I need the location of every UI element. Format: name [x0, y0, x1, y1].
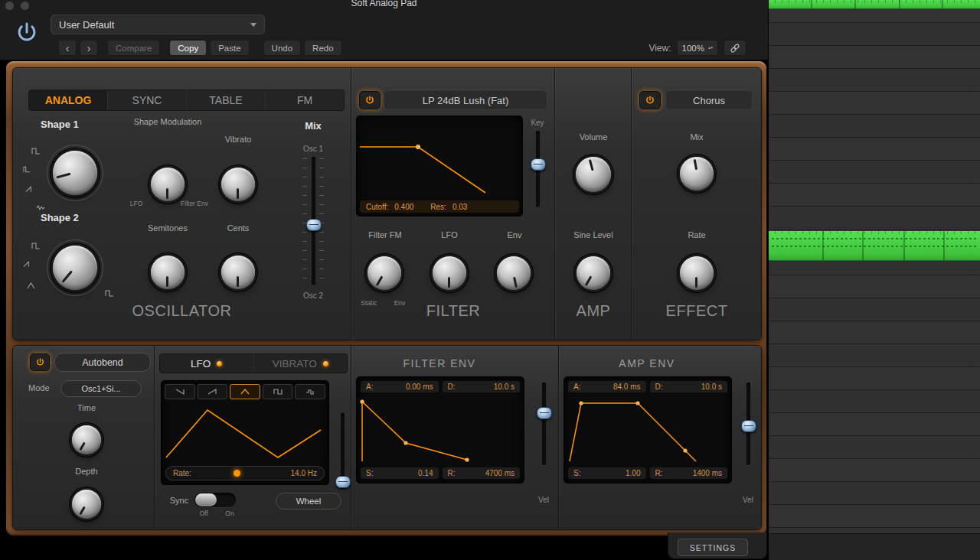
amp-env-vel-slider[interactable]	[742, 383, 754, 465]
res-value[interactable]: 0.03	[452, 203, 467, 211]
depth-knob[interactable]	[72, 490, 101, 519]
wave-saw-down-button[interactable]	[165, 384, 195, 399]
midi-note[interactable]	[769, 0, 980, 9]
filter-env-vel-slider[interactable]	[537, 383, 550, 465]
tab-fm[interactable]: FM	[266, 90, 344, 110]
plugin-power-button[interactable]	[14, 20, 40, 46]
cutoff-value[interactable]: 0.400	[394, 203, 413, 211]
effect-section: Chorus Mix Rate EFFECT	[631, 68, 762, 340]
release-field[interactable]: R:1400 ms	[650, 467, 728, 479]
lfo-slider-handle[interactable]	[335, 476, 351, 488]
key-slider-handle[interactable]	[531, 158, 546, 171]
time-knob[interactable]	[72, 425, 101, 454]
stepper-arrows-icon[interactable]: ▴▾	[708, 46, 713, 50]
autobend-power-button[interactable]	[30, 353, 50, 371]
rate-slider-handle[interactable]	[234, 470, 240, 477]
copy-button[interactable]: Copy	[169, 40, 207, 56]
wheel-label: Wheel	[296, 497, 322, 506]
vel-slider-handle[interactable]	[741, 420, 756, 432]
wave-saw-up-button[interactable]	[198, 384, 228, 399]
effect-rate-knob[interactable]	[680, 256, 714, 290]
compare-button[interactable]: Compare	[107, 40, 160, 56]
amp-env-display[interactable]: A:84.0 ms D:10.0 s S:1.00 R:1400 ms	[564, 376, 732, 483]
next-preset-button[interactable]: ›	[80, 40, 98, 56]
filter-env-knob[interactable]	[497, 256, 531, 290]
pulse-wave-icon	[105, 290, 114, 297]
effect-type-dropdown[interactable]: Chorus	[665, 90, 753, 110]
prev-preset-button[interactable]: ‹	[58, 40, 77, 56]
paste-button[interactable]: Paste	[210, 40, 249, 56]
semitones-knob[interactable]	[151, 256, 185, 289]
shape-mod-knob[interactable]	[151, 168, 185, 201]
filter-type-label: LP 24dB Lush (Fat)	[423, 95, 509, 106]
lfo-rate-slider[interactable]: Rate: 14.0 Hz	[165, 466, 325, 480]
sync-toggle[interactable]	[194, 493, 236, 507]
lfo-amount-slider[interactable]	[336, 413, 348, 490]
midi-note[interactable]	[769, 231, 980, 261]
preset-dropdown[interactable]: User Default	[51, 15, 265, 34]
wave-triangle-button[interactable]	[230, 384, 260, 399]
wave-random-button[interactable]	[295, 384, 325, 399]
sustain-field[interactable]: S:1.00	[568, 467, 646, 479]
effect-power-button[interactable]	[639, 91, 661, 109]
tab-lfo[interactable]: LFO	[160, 354, 254, 373]
decay-field[interactable]: D:10.0 s	[650, 381, 728, 392]
amp-env-curve	[564, 396, 731, 464]
autobend-button[interactable]: Autobend	[54, 353, 151, 372]
wheel-button[interactable]: Wheel	[276, 493, 341, 510]
res-label: Res:	[430, 203, 446, 211]
shape1-knob[interactable]	[53, 151, 97, 195]
filter-env-display[interactable]: A:0.00 ms D:10.0 s S:0.14 R:4700 ms	[356, 376, 524, 483]
filter-env-section: FILTER ENV A:0.00 ms D:10.0 s S:0.14 R:4…	[351, 346, 559, 529]
rate-label: Rate:	[173, 469, 191, 477]
filter-type-dropdown[interactable]: LP 24dB Lush (Fat)	[384, 90, 547, 110]
link-button[interactable]	[724, 40, 746, 56]
zoom-stepper[interactable]: 100% ▴▾	[677, 40, 718, 56]
lfo-waveform	[162, 401, 328, 465]
filter-fm-knob[interactable]	[368, 256, 401, 290]
tab-analog[interactable]: ANALOG	[29, 90, 108, 110]
power-icon	[364, 95, 375, 106]
vibrato-knob[interactable]	[221, 168, 255, 201]
decay-field[interactable]: D:10.0 s	[443, 381, 521, 392]
filter-lfo-knob[interactable]	[433, 256, 466, 290]
shape-mod-max-label: Filter Env	[175, 200, 214, 207]
lfo-section: LFO VIBRATO	[154, 346, 351, 529]
volume-knob[interactable]	[576, 157, 611, 192]
mode-dropdown[interactable]: Osc1+Si...	[60, 380, 142, 397]
release-field[interactable]: R:4700 ms	[443, 467, 521, 479]
settings-button[interactable]: SETTINGS	[678, 539, 748, 556]
window-title: Soft Analog Pad	[0, 0, 768, 8]
wave-square-button[interactable]	[263, 384, 293, 399]
tab-vibrato[interactable]: VIBRATO	[254, 354, 348, 373]
cents-knob[interactable]	[221, 256, 255, 289]
attack-field[interactable]: A:0.00 ms	[361, 381, 439, 392]
oscillator-tab-bar: ANALOG SYNC TABLE FM	[28, 90, 345, 111]
redo-button[interactable]: Redo	[304, 40, 342, 56]
osc-mix-slider[interactable]	[307, 157, 319, 285]
lfo-display[interactable]: Rate: 14.0 Hz	[161, 380, 329, 485]
vibrato-tab-label: VIBRATO	[273, 358, 317, 370]
lfo-led-icon	[217, 361, 222, 366]
filter-power-button[interactable]	[359, 91, 381, 109]
tab-table[interactable]: TABLE	[187, 90, 266, 110]
amp-env-title: AMP ENV	[564, 357, 730, 370]
sustain-field[interactable]: S:0.14	[361, 467, 439, 479]
attack-field[interactable]: A:84.0 ms	[568, 381, 646, 392]
triangle-wave-icon	[27, 282, 35, 289]
filter-display[interactable]: Cutoff: 0.400 Res: 0.03	[356, 116, 523, 217]
autobend-label: Autobend	[82, 357, 123, 368]
piano-roll-footer	[769, 533, 980, 560]
vel-slider-handle[interactable]	[537, 407, 552, 419]
key-slider[interactable]	[531, 131, 544, 207]
tab-sync[interactable]: SYNC	[108, 90, 187, 110]
mix-slider-handle[interactable]	[306, 219, 322, 231]
sync-toggle-handle[interactable]	[195, 493, 217, 506]
piano-roll-background[interactable]	[769, 0, 980, 560]
sine-level-knob[interactable]	[577, 256, 610, 290]
lfo-wave-selector	[165, 384, 325, 399]
effect-mix-knob[interactable]	[680, 157, 714, 190]
filter-env-label: Env	[491, 230, 538, 239]
undo-button[interactable]: Undo	[263, 40, 302, 56]
shape2-knob[interactable]	[53, 246, 97, 290]
